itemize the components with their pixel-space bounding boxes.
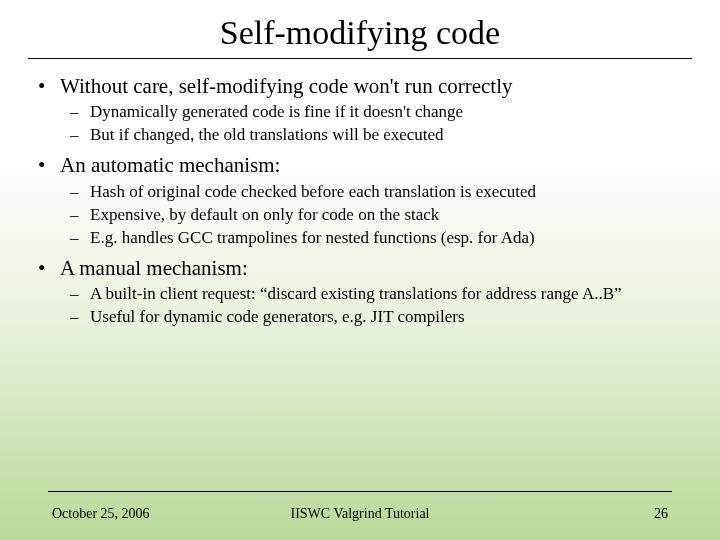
bullet-item: A manual mechanism: A built-in client re… <box>60 255 688 328</box>
sub-bullet-item: Expensive, by default on only for code o… <box>90 204 688 226</box>
sub-bullet-item: Dynamically generated code is fine if it… <box>90 101 688 123</box>
bullet-text: A manual mechanism: <box>60 256 248 280</box>
sub-bullet-item: But if changed, the old translations wil… <box>90 124 688 146</box>
title-underline <box>28 58 692 59</box>
slide-body: Without care, self-modifying code won't … <box>0 73 720 328</box>
sub-bullet-item: E.g. handles GCC trampolines for nested … <box>90 227 688 249</box>
sub-bullet-item: Hash of original code checked before eac… <box>90 181 688 203</box>
slide-footer: October 25, 2006 IISWC Valgrind Tutorial… <box>0 506 720 522</box>
slide-title: Self-modifying code <box>0 0 720 58</box>
bullet-item: Without care, self-modifying code won't … <box>60 73 688 146</box>
sub-bullet-item: A built-in client request: “discard exis… <box>90 283 688 305</box>
footer-date: October 25, 2006 <box>52 506 150 522</box>
footer-center: IISWC Valgrind Tutorial <box>291 506 430 522</box>
bullet-text: Without care, self-modifying code won't … <box>60 74 513 98</box>
sub-bullet-item: Useful for dynamic code generators, e.g.… <box>90 306 688 328</box>
footer-rule <box>48 491 672 492</box>
footer-page-number: 26 <box>654 506 668 522</box>
bullet-text: An automatic mechanism: <box>60 153 280 177</box>
bullet-item: An automatic mechanism: Hash of original… <box>60 152 688 249</box>
